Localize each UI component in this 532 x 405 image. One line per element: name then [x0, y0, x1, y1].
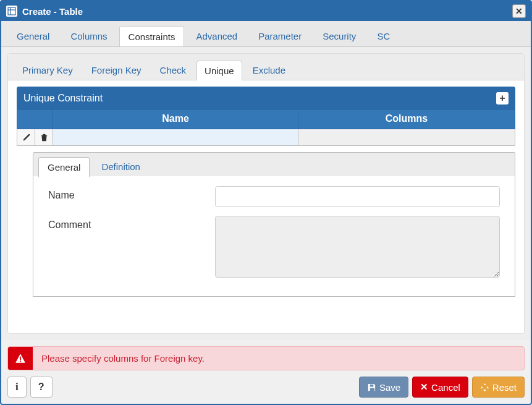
property-panel: General Definition Name Comment — [33, 152, 515, 297]
unique-constraint-content: Unique Constraint + Name Columns — [8, 80, 524, 146]
cancel-button[interactable]: ✕ Cancel — [412, 377, 468, 398]
body-panel: Primary Key Foreign Key Check Unique Exc… — [1, 47, 531, 340]
alert-text: Please specify columns for Foreign key. — [33, 347, 213, 370]
tab-parameter[interactable]: Parameter — [249, 25, 311, 46]
help-button[interactable]: ? — [30, 377, 53, 398]
save-icon — [367, 383, 376, 392]
comment-label: Comment — [48, 216, 215, 231]
svg-rect-3 — [20, 356, 21, 360]
button-row: i ? Save ✕ Cancel Reset — [7, 377, 525, 398]
pencil-icon — [22, 134, 30, 142]
subtab-primary-key[interactable]: Primary Key — [14, 60, 81, 80]
reset-label: Reset — [492, 382, 517, 393]
titlebar: Create - Table ✕ — [1, 1, 531, 21]
subtab-unique[interactable]: Unique — [196, 61, 242, 80]
close-button[interactable]: ✕ — [512, 4, 526, 18]
plus-icon: + — [499, 93, 505, 103]
save-button[interactable]: Save — [359, 377, 408, 398]
row-columns-cell[interactable] — [298, 129, 515, 145]
tab-general[interactable]: General — [7, 25, 59, 46]
primary-tabs: General Columns Constraints Advanced Par… — [1, 21, 531, 47]
prop-tab-general[interactable]: General — [38, 157, 90, 177]
edit-row-button[interactable] — [17, 129, 35, 145]
constraint-table-row — [17, 129, 515, 146]
tab-constraints[interactable]: Constraints — [119, 26, 185, 47]
subtab-foreign-key[interactable]: Foreign Key — [83, 60, 150, 80]
name-label: Name — [48, 186, 215, 201]
name-input[interactable] — [215, 186, 500, 207]
subtab-check[interactable]: Check — [152, 60, 195, 80]
row-name-cell[interactable] — [53, 129, 298, 145]
add-constraint-button[interactable]: + — [496, 92, 509, 104]
prop-tab-definition[interactable]: Definition — [92, 156, 150, 176]
info-icon: i — [15, 381, 19, 393]
error-alert: Please specify columns for Foreign key. — [7, 346, 525, 370]
property-tabs: General Definition — [33, 152, 515, 176]
tab-sql-truncated[interactable]: SC — [368, 25, 399, 46]
recycle-icon — [480, 383, 489, 392]
constraints-panel: Primary Key Foreign Key Check Unique Exc… — [7, 53, 525, 334]
col-columns-header: Columns — [298, 110, 515, 129]
save-label: Save — [379, 382, 400, 393]
create-table-dialog: Create - Table ✕ General Columns Constra… — [0, 0, 532, 405]
table-icon — [6, 6, 17, 17]
tab-columns[interactable]: Columns — [61, 25, 116, 46]
footer: Please specify columns for Foreign key. … — [1, 340, 531, 404]
tab-security[interactable]: Security — [313, 25, 365, 46]
comment-textarea[interactable] — [215, 216, 500, 278]
svg-rect-4 — [20, 360, 21, 362]
delete-row-button[interactable] — [35, 129, 53, 145]
dialog-title: Create - Table — [22, 6, 83, 17]
tab-advanced[interactable]: Advanced — [187, 25, 247, 46]
close-icon: ✕ — [515, 6, 523, 16]
trash-icon — [40, 134, 48, 142]
warning-icon — [8, 347, 33, 370]
info-button[interactable]: i — [7, 377, 27, 398]
property-body: Name Comment — [33, 176, 515, 297]
col-name-header: Name — [53, 110, 298, 129]
unique-constraint-header: Unique Constraint + — [17, 87, 515, 110]
unique-constraint-title: Unique Constraint — [23, 93, 103, 104]
reset-button[interactable]: Reset — [472, 377, 525, 398]
svg-rect-0 — [8, 7, 15, 15]
constraint-table-header: Name Columns — [17, 110, 515, 129]
question-icon: ? — [38, 382, 44, 393]
cancel-icon: ✕ — [420, 382, 428, 393]
constraint-type-tabs: Primary Key Foreign Key Check Unique Exc… — [8, 54, 524, 80]
col-actions-header — [17, 110, 53, 129]
cancel-label: Cancel — [431, 382, 460, 393]
subtab-exclude[interactable]: Exclude — [245, 60, 293, 80]
